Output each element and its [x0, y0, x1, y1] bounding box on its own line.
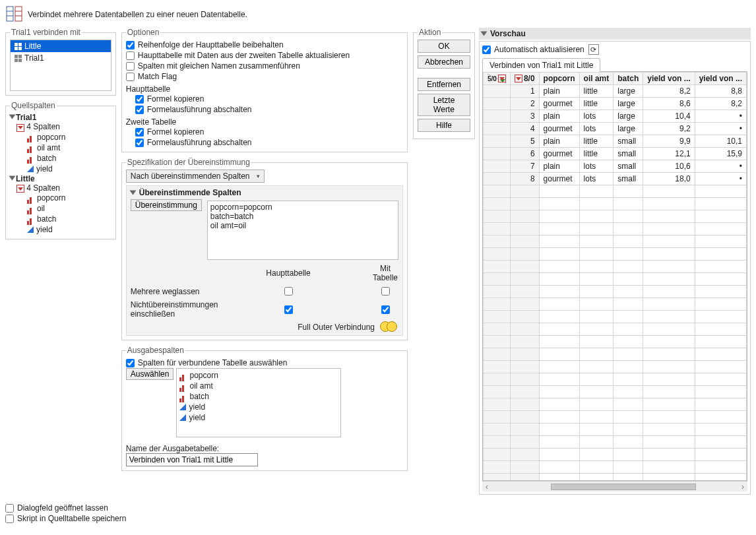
source-table-name[interactable]: Little: [16, 174, 35, 183]
cell[interactable]: small: [614, 173, 643, 185]
source-column[interactable]: batch: [27, 153, 111, 164]
output-table-name-input[interactable]: [126, 453, 258, 466]
table-row[interactable]: 1plainlittlelarge8,28,8: [484, 85, 747, 98]
cell[interactable]: gourmet: [539, 123, 579, 135]
match-pair[interactable]: popcorn=popcorn: [210, 203, 395, 212]
preview-tab[interactable]: Verbinden von Trial1 mit Little: [482, 58, 600, 72]
select-output-columns[interactable]: Spalten für verbundene Tabelle auswählen: [126, 358, 403, 368]
table-row[interactable]: 2gourmetlittlelarge8,68,2: [484, 98, 747, 110]
red-arrow-icon[interactable]: [16, 185, 24, 193]
cell[interactable]: 18,0: [643, 173, 695, 185]
column-header[interactable]: yield von ...: [695, 73, 746, 85]
cell[interactable]: 8,6: [643, 98, 695, 110]
scroll-right-icon[interactable]: ›: [738, 482, 747, 491]
scrollbar-thumb[interactable]: [551, 484, 696, 490]
cell[interactable]: 9,9: [643, 135, 695, 148]
scroll-left-icon[interactable]: ‹: [482, 482, 491, 491]
drop-multiples-main-checkbox[interactable]: [284, 287, 293, 296]
cell[interactable]: little: [579, 85, 614, 98]
row-number[interactable]: 3: [510, 110, 539, 123]
cell[interactable]: lots: [579, 173, 614, 185]
opt-merge-same-checkbox[interactable]: [126, 62, 135, 71]
output-column[interactable]: oil amt: [179, 381, 338, 391]
keep-dialog-open[interactable]: Dialogfeld geöffnet lassen: [5, 503, 751, 513]
cell[interactable]: gourmet: [539, 98, 579, 110]
second-disable-formula[interactable]: Formelausführung abschalten: [135, 137, 403, 148]
cell[interactable]: 8,2: [695, 98, 746, 110]
cell[interactable]: small: [614, 160, 643, 173]
select-output-columns-checkbox[interactable]: [126, 359, 135, 367]
red-arrow-icon[interactable]: [16, 124, 24, 132]
output-columns-list[interactable]: popcornoil amtbatchyieldyield: [176, 368, 341, 437]
save-script-checkbox[interactable]: [5, 515, 14, 523]
opt-keep-order[interactable]: Reihenfolge der Haupttabelle beibehalten: [126, 40, 403, 50]
output-column[interactable]: batch: [179, 391, 338, 402]
cell[interactable]: plain: [539, 135, 579, 148]
cancel-button[interactable]: Abbrechen: [418, 55, 470, 69]
cell[interactable]: large: [614, 110, 643, 123]
cell[interactable]: 15,9: [695, 148, 746, 160]
source-column[interactable]: oil amt: [27, 142, 111, 153]
source-column[interactable]: batch: [27, 214, 111, 224]
cell[interactable]: small: [614, 148, 643, 160]
column-count[interactable]: 4 Spalten: [16, 122, 111, 132]
select-columns-button[interactable]: Auswählen: [126, 368, 174, 380]
auto-refresh[interactable]: Automatisch aktualisieren: [482, 44, 584, 55]
source-column[interactable]: yield: [27, 164, 111, 174]
main-copy-formula[interactable]: Formel kopieren: [135, 94, 403, 104]
main-disable-formula-checkbox[interactable]: [135, 106, 144, 114]
include-nonmatch-with-checkbox[interactable]: [381, 305, 390, 314]
refresh-icon[interactable]: ⟳: [588, 44, 599, 55]
main-disable-formula[interactable]: Formelausführung abschalten: [135, 104, 403, 115]
table-row[interactable]: 6gourmetlittlesmall12,115,9: [484, 148, 747, 160]
match-pair[interactable]: batch=batch: [210, 212, 395, 221]
opt-match-flag-checkbox[interactable]: [126, 73, 135, 81]
help-button[interactable]: Hilfe: [418, 119, 470, 132]
table-row[interactable]: 5plainlittlesmall9,910,1: [484, 135, 747, 148]
cell[interactable]: •: [695, 173, 746, 185]
bind-with-list[interactable]: Little Trial1: [10, 40, 111, 91]
cell[interactable]: lots: [579, 123, 614, 135]
cell[interactable]: 9,2: [643, 123, 695, 135]
bind-with-item-little[interactable]: Little: [11, 40, 111, 52]
auto-refresh-checkbox[interactable]: [482, 46, 491, 54]
red-arrow-icon[interactable]: [498, 75, 506, 82]
cell[interactable]: large: [614, 123, 643, 135]
main-copy-formula-checkbox[interactable]: [135, 95, 144, 104]
cell[interactable]: plain: [539, 110, 579, 123]
table-row[interactable]: 8gourmetlotssmall18,0•: [484, 173, 747, 185]
column-header[interactable]: yield von ...: [643, 73, 695, 85]
row-number[interactable]: 4: [510, 123, 539, 135]
opt-match-flag[interactable]: Match Flag: [126, 71, 403, 82]
cell[interactable]: little: [579, 98, 614, 110]
recall-button[interactable]: Letzte Werte: [418, 94, 470, 116]
row-number[interactable]: 2: [510, 98, 539, 110]
second-disable-formula-checkbox[interactable]: [135, 139, 144, 147]
opt-update-main[interactable]: Haupttabelle mit Daten aus der zweiten T…: [126, 50, 403, 61]
cell[interactable]: large: [614, 85, 643, 98]
row-number[interactable]: 7: [510, 160, 539, 173]
cell[interactable]: plain: [539, 160, 579, 173]
cell[interactable]: little: [579, 148, 614, 160]
cell[interactable]: little: [579, 135, 614, 148]
match-button[interactable]: Übereinstimmung: [131, 199, 202, 211]
row-number[interactable]: 5: [510, 135, 539, 148]
second-copy-formula[interactable]: Formel kopieren: [135, 127, 403, 137]
column-header[interactable]: popcorn: [539, 73, 579, 85]
save-script[interactable]: Skript in Quelltabelle speichern: [5, 513, 751, 524]
match-mode-dropdown[interactable]: Nach übereinstimmenden Spalten▾: [126, 170, 265, 183]
opt-merge-same[interactable]: Spalten mit gleichen Namen zusammenführe…: [126, 61, 403, 71]
cell[interactable]: 10,4: [643, 110, 695, 123]
cell[interactable]: •: [695, 160, 746, 173]
disclosure-triangle-icon[interactable]: [481, 32, 488, 36]
ok-button[interactable]: OK: [418, 40, 470, 53]
cell[interactable]: lots: [579, 160, 614, 173]
column-header[interactable]: batch: [614, 73, 643, 85]
opt-keep-order-checkbox[interactable]: [126, 41, 135, 49]
column-header[interactable]: oil amt: [579, 73, 614, 85]
matching-columns-header[interactable]: Übereinstimmende Spalten: [131, 188, 398, 197]
table-row[interactable]: 7plainlotssmall10,6•: [484, 160, 747, 173]
include-nonmatch-main-checkbox[interactable]: [284, 305, 293, 314]
horizontal-scrollbar[interactable]: ‹ ›: [482, 481, 747, 491]
cell[interactable]: 8,8: [695, 85, 746, 98]
